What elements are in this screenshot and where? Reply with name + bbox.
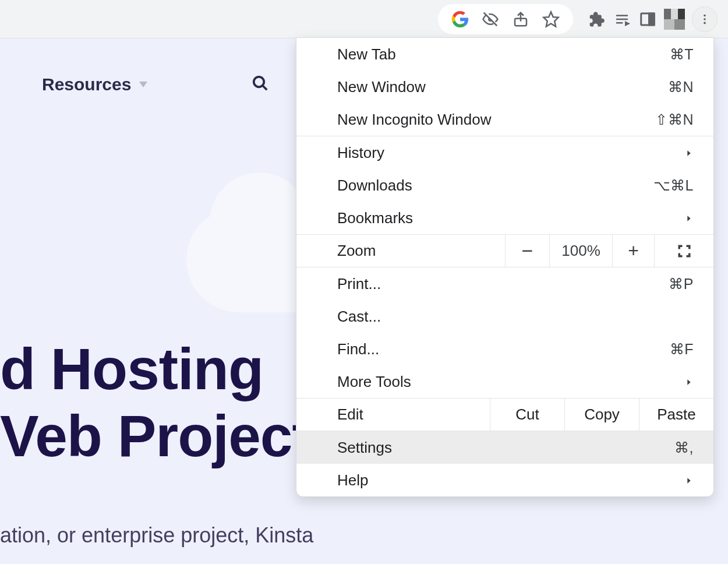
menu-bookmarks[interactable]: Bookmarks — [296, 202, 713, 234]
menu-settings[interactable]: Settings ⌘, — [296, 431, 713, 464]
zoom-out-button[interactable]: − — [505, 235, 549, 267]
zoom-in-button[interactable]: + — [612, 235, 654, 267]
extensions-icon[interactable] — [587, 10, 606, 29]
menu-edit-row: Edit Cut Copy Paste — [296, 399, 713, 431]
menu-downloads[interactable]: Downloads ⌥⌘L — [296, 169, 713, 202]
browser-toolbar — [0, 0, 728, 38]
chevron-right-icon — [684, 373, 694, 391]
omnibox-actions — [438, 4, 573, 34]
nav-resources-label: Resources — [42, 75, 131, 94]
menu-label: Downloads — [337, 177, 412, 195]
hero-subline: ation, or enterprise project, Kinsta — [0, 523, 313, 548]
menu-shortcut: ⌘F — [670, 341, 694, 358]
menu-help[interactable]: Help — [296, 464, 713, 496]
menu-label: Bookmarks — [337, 209, 413, 227]
menu-label: Settings — [337, 439, 392, 457]
edit-copy-button[interactable]: Copy — [564, 399, 639, 431]
menu-find[interactable]: Find... ⌘F — [296, 333, 713, 365]
menu-label: Help — [337, 471, 368, 489]
svg-point-6 — [704, 18, 706, 20]
menu-new-tab[interactable]: New Tab ⌘T — [296, 38, 713, 70]
menu-edit-label: Edit — [296, 399, 490, 431]
menu-label: More Tools — [337, 373, 411, 391]
menu-label: Print... — [337, 275, 381, 293]
menu-label: New Window — [337, 78, 426, 96]
svg-marker-1 — [544, 12, 559, 26]
menu-shortcut: ⌘T — [670, 46, 694, 63]
menu-section-tools: Print... ⌘P Cast... Find... ⌘F More Tool… — [296, 267, 713, 399]
menu-zoom-row: Zoom − 100% + — [296, 235, 713, 267]
chevron-right-icon — [684, 209, 694, 227]
edit-paste-button[interactable]: Paste — [639, 399, 713, 431]
menu-section-new: New Tab ⌘T New Window ⌘N New Incognito W… — [296, 38, 713, 136]
menu-more-tools[interactable]: More Tools — [296, 365, 713, 398]
hero-headline: d Hosting Veb Project — [0, 336, 311, 470]
menu-shortcut: ⌘N — [668, 79, 694, 96]
edit-cut-button[interactable]: Cut — [490, 399, 564, 431]
menu-shortcut: ⌥⌘L — [653, 177, 694, 194]
svg-marker-13 — [687, 478, 690, 483]
menu-new-window[interactable]: New Window ⌘N — [296, 70, 713, 103]
chrome-menu: New Tab ⌘T New Window ⌘N New Incognito W… — [296, 37, 714, 497]
menu-label: Cast... — [337, 308, 381, 326]
menu-label: New Incognito Window — [337, 111, 491, 129]
menu-section-settings: Settings ⌘, Help — [296, 431, 713, 496]
svg-marker-11 — [687, 216, 690, 221]
side-panel-icon[interactable] — [638, 10, 657, 29]
media-icon[interactable] — [613, 10, 631, 29]
menu-new-incognito[interactable]: New Incognito Window ⇧⌘N — [296, 103, 713, 136]
google-icon[interactable] — [451, 10, 469, 29]
share-icon[interactable] — [511, 10, 530, 29]
search-icon[interactable] — [252, 75, 269, 94]
svg-point-7 — [704, 22, 706, 24]
menu-cast[interactable]: Cast... — [296, 300, 713, 333]
profile-avatar[interactable] — [664, 9, 685, 30]
menu-print[interactable]: Print... ⌘P — [296, 267, 713, 300]
menu-label: Find... — [337, 340, 379, 358]
svg-marker-10 — [687, 150, 690, 156]
menu-shortcut: ⇧⌘N — [655, 111, 694, 128]
menu-history[interactable]: History — [296, 136, 713, 169]
star-icon[interactable] — [542, 10, 560, 29]
eye-off-icon[interactable] — [481, 10, 500, 29]
menu-label: New Tab — [337, 45, 396, 64]
menu-section-history: History Downloads ⌥⌘L Bookmarks — [296, 136, 713, 235]
menu-shortcut: ⌘P — [669, 276, 694, 292]
chevron-right-icon — [684, 471, 694, 489]
svg-rect-4 — [649, 13, 655, 25]
nav-resources[interactable]: Resources — [42, 75, 147, 94]
chevron-down-icon — [139, 82, 147, 87]
svg-point-5 — [704, 14, 706, 16]
menu-zoom-label: Zoom — [296, 235, 505, 267]
svg-line-9 — [263, 86, 267, 90]
menu-shortcut: ⌘, — [674, 439, 694, 456]
zoom-percent: 100% — [549, 235, 612, 267]
fullscreen-button[interactable] — [654, 235, 713, 267]
svg-point-8 — [254, 77, 264, 87]
svg-marker-12 — [687, 379, 690, 385]
more-menu-button[interactable] — [692, 6, 718, 32]
menu-label: History — [337, 144, 384, 162]
chevron-right-icon — [684, 144, 694, 162]
